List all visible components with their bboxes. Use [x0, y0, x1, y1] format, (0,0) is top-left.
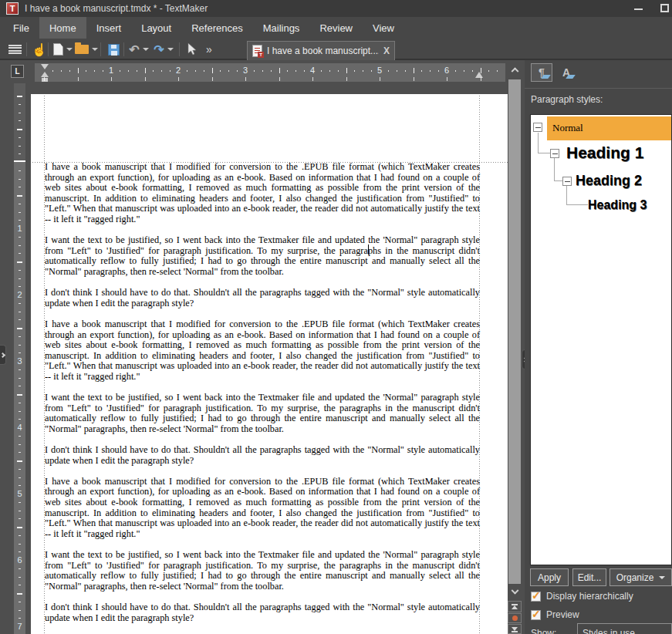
menu-review[interactable]: Review — [309, 17, 363, 39]
paragraph[interactable]: I have a book manuscript that I modified… — [45, 162, 480, 225]
ruler-tick — [19, 618, 21, 619]
scrollbar-thumb[interactable] — [508, 79, 521, 584]
document-text[interactable]: I have a book manuscript that I modified… — [45, 162, 480, 634]
scroll-down-button[interactable] — [508, 585, 522, 599]
menu-view[interactable]: View — [363, 17, 404, 39]
touch-mode-button[interactable]: ☝ — [31, 41, 48, 58]
paragraph[interactable]: I have a book manuscript that I modified… — [45, 319, 480, 383]
ruler-tick — [19, 345, 21, 346]
paragraph[interactable]: I don't think I should have to do that. … — [45, 288, 480, 309]
checkbox-display-hierarchically[interactable]: ✓Display hierarchically — [531, 591, 633, 602]
paragraph[interactable]: I want the text to be justified, so I we… — [45, 235, 480, 277]
paragraph-style-icon: ¶ — [535, 66, 548, 79]
document-page[interactable]: I have a book manuscript that I modified… — [31, 94, 512, 634]
menu-references[interactable]: References — [181, 17, 252, 39]
save-button[interactable] — [105, 41, 122, 58]
collapse-toggle[interactable] — [550, 149, 559, 158]
document-tab[interactable]: T I have a book manuscript.... X — [247, 41, 395, 60]
style-item-heading-1[interactable]: Heading 1 — [566, 143, 643, 162]
browse-object-button[interactable] — [508, 613, 522, 623]
ruler-tick — [380, 77, 380, 81]
collapse-toggle[interactable] — [533, 123, 542, 132]
paragraph[interactable]: I don't think I should have to do that. … — [45, 602, 480, 623]
ruler-tick — [153, 70, 154, 72]
sidebar-toggle-button[interactable] — [6, 41, 23, 58]
more-tools-button[interactable]: » — [202, 41, 216, 58]
menu-layout[interactable]: Layout — [131, 17, 181, 39]
left-indent-box-marker[interactable] — [42, 78, 48, 82]
menu-insert[interactable]: Insert — [86, 17, 132, 39]
window-title: I have a book manuscript.tmdx * - TextMa… — [25, 3, 208, 14]
paragraph-styles-button[interactable]: ¶ — [531, 63, 552, 82]
vertical-ruler[interactable]: 1234567 — [14, 83, 25, 634]
ruler-tick — [19, 511, 21, 511]
ruler-tick — [161, 70, 162, 72]
maximize-button[interactable] — [654, 0, 672, 17]
toolbar-separator — [100, 42, 101, 56]
collapse-toggle[interactable] — [562, 177, 572, 186]
paragraph[interactable]: I want the text to be justified, so I we… — [45, 550, 480, 592]
style-item-normal[interactable]: Normal — [552, 122, 583, 134]
ruler-tick — [19, 518, 21, 519]
previous-page-button[interactable] — [508, 601, 522, 612]
menu-file[interactable]: File — [3, 17, 39, 39]
open-document-button[interactable] — [74, 41, 99, 58]
first-line-indent-marker[interactable] — [41, 64, 49, 69]
right-indent-marker[interactable] — [475, 72, 483, 78]
ruler-tick — [19, 319, 21, 320]
paragraph[interactable]: I want the text to be justified, so I we… — [45, 393, 480, 434]
toolbar-separator — [179, 42, 180, 56]
redo-button[interactable]: ↷ — [153, 41, 174, 58]
paragraph[interactable]: I don't think I should have to do that. … — [45, 445, 480, 466]
chevron-down-icon — [511, 586, 518, 594]
ruler-tick — [94, 70, 95, 72]
minimize-button[interactable] — [628, 0, 650, 17]
tab-close-button[interactable]: X — [383, 46, 390, 56]
ruler-tick — [19, 137, 21, 138]
menu-mailings[interactable]: Mailings — [253, 17, 310, 39]
ruler-tick — [19, 610, 21, 611]
cursor-arrow-icon — [187, 43, 198, 56]
style-item-heading-3[interactable]: Heading 3 — [588, 198, 647, 212]
undo-icon: ↶ — [129, 42, 139, 57]
horizontal-ruler[interactable]: 123456 — [35, 63, 505, 82]
menu-bar: FileHomeInsertLayoutReferencesMailingsRe… — [0, 17, 672, 39]
ruler-tick — [19, 146, 21, 147]
paragraph-styles-list[interactable]: NormalHeading 1Heading 2Heading 3 — [530, 114, 672, 565]
apply-button[interactable]: Apply — [530, 568, 569, 586]
more-chevron-icon: » — [206, 43, 212, 56]
paragraph[interactable]: I have a book manuscript that I modified… — [45, 477, 480, 540]
checkbox-preview[interactable]: ✓Preview — [531, 609, 579, 620]
left-indent-marker[interactable] — [41, 72, 49, 77]
ruler-tick — [86, 70, 86, 72]
menu-home[interactable]: Home — [39, 17, 86, 39]
scroll-up-button[interactable] — [508, 62, 522, 76]
ruler-number: 2 — [176, 66, 181, 75]
next-page-button[interactable] — [508, 624, 522, 634]
ruler-tick — [481, 68, 481, 73]
ruler-tick — [19, 386, 21, 386]
character-styles-button[interactable]: A — [555, 63, 577, 82]
hand-icon: ☝ — [32, 42, 47, 57]
ruler-tick — [430, 70, 431, 72]
ruler-tick — [19, 602, 21, 602]
ruler-tick — [19, 436, 21, 437]
tree-connector — [566, 186, 567, 205]
style-item-heading-2[interactable]: Heading 2 — [576, 173, 642, 189]
new-document-button[interactable] — [52, 41, 73, 58]
ruler-tick — [19, 568, 21, 569]
edit-button[interactable]: Edit... — [572, 568, 606, 586]
ruler-tick — [346, 68, 347, 73]
undo-button[interactable]: ↶ — [128, 41, 150, 58]
ruler-tick — [19, 535, 21, 536]
organize-button[interactable]: Organize — [610, 568, 672, 586]
tab-type-selector[interactable]: L — [11, 65, 24, 78]
ruler-number: 6 — [14, 555, 25, 565]
ruler-tick — [321, 70, 322, 72]
select-tool-button[interactable] — [184, 41, 201, 58]
ruler-tick — [19, 419, 21, 420]
ruler-tick — [304, 70, 305, 72]
ruler-tick — [346, 77, 347, 81]
left-pane-handle[interactable] — [0, 345, 6, 365]
show-filter-dropdown[interactable]: Styles in use — [577, 623, 672, 634]
